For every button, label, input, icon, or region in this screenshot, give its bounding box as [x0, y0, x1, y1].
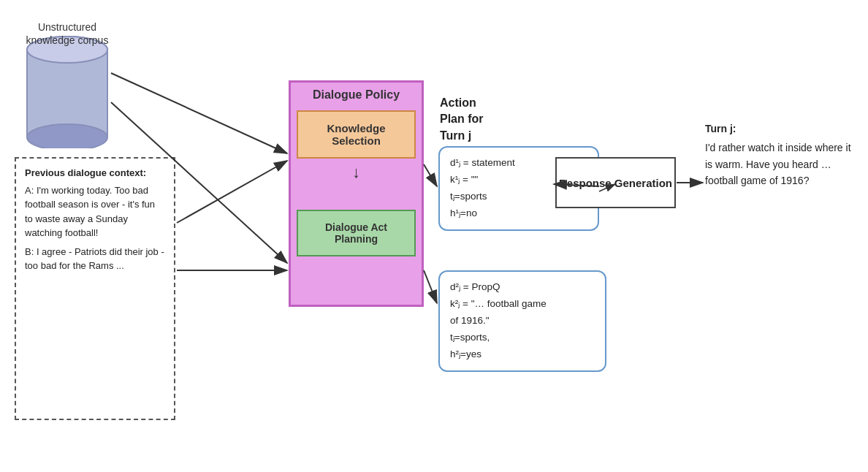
svg-line-8	[177, 161, 287, 223]
action-plan-line3: Turn j	[440, 129, 471, 142]
turn-label: Turn j:	[705, 121, 851, 137]
action-plan-line1: Action	[440, 96, 476, 109]
svg-line-12	[424, 270, 437, 303]
ap2-line2: k²ⱼ = "… football game	[450, 296, 595, 313]
svg-point-2	[27, 124, 107, 148]
prev-dialogue-title: Previous dialogue context:	[25, 166, 165, 180]
dialogue-policy-title: Dialogue Policy	[297, 88, 416, 102]
turn-output: Turn j: I'd rather watch it inside where…	[705, 121, 851, 189]
db-label-text: Unstructured knowledge corpus	[26, 21, 109, 46]
ap2-line5: h²ⱼ=yes	[450, 346, 595, 363]
prev-dialogue-box: Previous dialogue context: A: I'm workin…	[15, 157, 175, 420]
ap2-line4: tⱼ=sports,	[450, 330, 595, 346]
dialogue-act-box: Dialogue Act Planning	[297, 210, 416, 256]
action-plan-label: Action Plan for Turn j	[440, 95, 484, 144]
action-plan-line2: Plan for	[440, 113, 484, 125]
svg-line-7	[111, 73, 287, 153]
ap2-line1: d²ⱼ = PropQ	[450, 279, 595, 296]
ap2-line3: of 1916."	[450, 313, 595, 330]
prev-dialogue-text-b: B: I agree - Patriots did their job - to…	[25, 245, 165, 273]
diagram-container: Unstructured knowledge corpus Previous d…	[0, 0, 868, 472]
dialogue-policy-box: Dialogue Policy Knowledge Selection ↓ Di…	[289, 80, 424, 307]
knowledge-selection-box: Knowledge Selection	[297, 110, 416, 159]
response-gen-label: Response Generation	[559, 177, 672, 189]
turn-text: I'd rather watch it inside where it is w…	[705, 140, 851, 189]
action-plan-box2: d²ⱼ = PropQ k²ⱼ = "… football game of 19…	[438, 270, 606, 372]
response-gen-box: Response Generation	[555, 157, 676, 208]
db-label: Unstructured knowledge corpus	[23, 20, 111, 47]
svg-line-11	[424, 164, 437, 186]
prev-dialogue-text-a: A: I'm working today. Too bad football s…	[25, 183, 165, 240]
